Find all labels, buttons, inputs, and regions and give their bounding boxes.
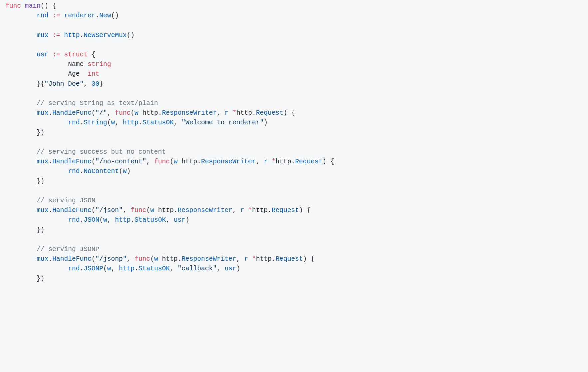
code-token: ResponseWriter <box>201 158 256 165</box>
code-token <box>60 51 64 58</box>
code-token: . <box>48 109 52 117</box>
code-token: ) <box>264 119 268 126</box>
code-token: w <box>111 119 115 126</box>
code-token: StatusOK <box>143 119 174 126</box>
code-token: ) <box>236 265 240 272</box>
code-token: ) { <box>299 207 311 214</box>
code-token: * <box>252 255 256 263</box>
code-token: 30 <box>92 80 100 88</box>
code-token: ( <box>92 158 96 165</box>
code-token: http. <box>256 255 276 263</box>
code-token: := <box>52 12 60 19</box>
code-token: // serving success but no content <box>37 148 166 156</box>
code-line: rnd.JSONP(w, http.StatusOK, "callback", … <box>5 265 240 272</box>
code-token: } <box>99 80 103 88</box>
code-line: mux := http.NewServeMux() <box>5 32 135 39</box>
code-token: "John Doe" <box>45 80 84 88</box>
code-token: ( <box>107 119 111 126</box>
code-token: ( <box>131 109 135 117</box>
code-line: rnd.String(w, http.StatusOK, "Welcome to… <box>5 119 268 126</box>
code-token <box>48 51 52 58</box>
code-token: ) { <box>323 158 334 165</box>
code-token: http <box>115 216 131 224</box>
code-line: mux.HandleFunc("/json", func(w http.Resp… <box>5 207 311 214</box>
code-token: "callback" <box>177 265 217 272</box>
code-token: func <box>131 207 146 214</box>
code-token: NewServeMux <box>84 32 127 39</box>
code-token <box>21 2 25 10</box>
code-token: , <box>217 109 225 117</box>
code-line: mux.HandleFunc("/no-content", func(w htt… <box>5 158 334 165</box>
code-line: // serving String as text/plain <box>5 100 158 107</box>
code-token: ( <box>170 158 174 165</box>
code-token: }) <box>37 129 45 136</box>
code-token: http. <box>236 109 256 117</box>
code-token: ) { <box>303 255 315 263</box>
code-token: usr <box>37 51 48 58</box>
code-token: http <box>119 265 135 272</box>
code-token: }) <box>37 226 45 234</box>
code-token: . <box>80 216 84 224</box>
code-token: "/" <box>95 109 107 117</box>
code-token: () <box>111 12 119 19</box>
code-token: New <box>99 12 111 19</box>
code-token: w <box>154 255 158 263</box>
code-token: { <box>88 51 96 58</box>
code-token: , <box>127 255 135 263</box>
code-line: // serving JSONP <box>5 246 99 253</box>
code-token: . <box>139 119 143 126</box>
code-token: ( <box>119 168 123 175</box>
code-token: usr <box>225 265 236 272</box>
code-token: . <box>131 216 135 224</box>
code-token: JSON <box>84 216 99 224</box>
code-token: }{ <box>37 80 45 88</box>
code-token: , <box>111 265 119 272</box>
code-token: HandleFunc <box>52 158 92 165</box>
code-token: http. <box>158 255 182 263</box>
code-token: }) <box>37 275 45 282</box>
code-line: Name string <box>5 61 111 68</box>
code-line: mux.HandleFunc("/jsonp", func(w http.Res… <box>5 255 315 263</box>
code-line: }) <box>5 226 45 234</box>
code-token: ( <box>92 207 96 214</box>
code-token: func <box>154 158 170 165</box>
code-line: mux.HandleFunc("/", func(w http.Response… <box>5 109 295 117</box>
code-token: func <box>115 109 131 117</box>
code-token: () { <box>41 2 56 10</box>
code-token: struct <box>64 51 88 58</box>
code-token: * <box>248 207 252 214</box>
code-line: func main() { <box>5 2 56 10</box>
code-token: rnd <box>68 216 80 224</box>
code-token: Request <box>256 109 283 117</box>
code-token: w <box>123 168 127 175</box>
code-token: . <box>80 32 84 39</box>
code-token: ) <box>185 216 189 224</box>
code-token: Name <box>68 61 88 68</box>
code-line: }) <box>5 129 45 136</box>
code-token: w <box>174 158 178 165</box>
code-line: }) <box>5 178 45 185</box>
code-token: . <box>96 12 100 19</box>
code-token: ( <box>150 255 154 263</box>
code-line: rnd.NoContent(w) <box>5 168 131 175</box>
code-token: func <box>135 255 150 263</box>
code-token <box>228 109 232 117</box>
code-token: func <box>5 2 21 10</box>
code-line: // serving success but no content <box>5 148 166 156</box>
code-token: , <box>256 158 264 165</box>
code-line: }{"John Doe", 30} <box>5 80 103 88</box>
code-token: Age <box>68 70 88 78</box>
code-token: r <box>244 255 248 263</box>
code-token: . <box>80 168 84 175</box>
code-token: , <box>166 216 174 224</box>
code-token: mux <box>37 32 48 39</box>
code-token: Request <box>272 207 299 214</box>
code-token: , <box>232 207 240 214</box>
code-token: ( <box>103 265 107 272</box>
code-block: func main() { rnd := renderer.New() mux … <box>0 0 588 289</box>
code-line: usr := struct { <box>5 51 96 58</box>
code-token: w <box>107 265 111 272</box>
code-line: // serving JSON <box>5 197 95 204</box>
code-token: String <box>84 119 107 126</box>
code-token: , <box>174 119 182 126</box>
